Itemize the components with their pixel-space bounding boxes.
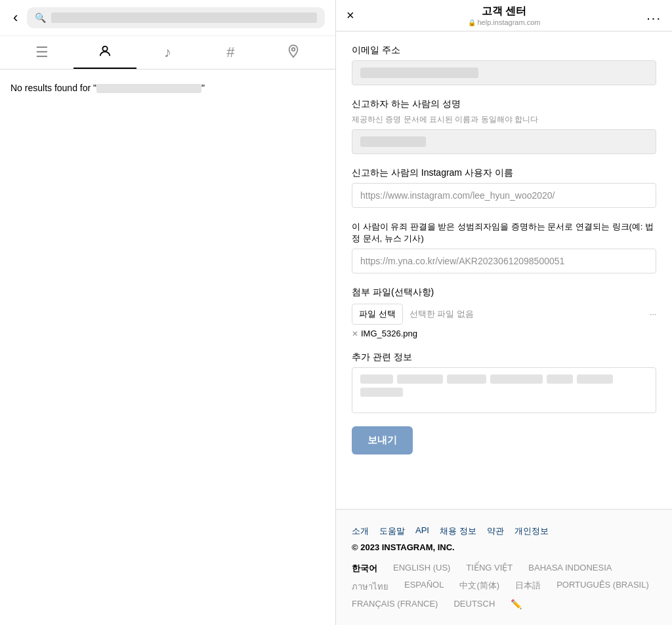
- tab-people[interactable]: [74, 36, 136, 69]
- svg-point-1: [292, 48, 295, 51]
- footer-link-about[interactable]: 소개: [352, 525, 369, 537]
- extra-label: 추가 관련 정보: [352, 352, 656, 363]
- tab-hashtag[interactable]: #: [199, 36, 262, 69]
- search-input-blurred: [51, 12, 317, 23]
- file-attached: ✕ IMG_5326.png: [352, 329, 656, 338]
- blur4: [490, 374, 543, 384]
- language-grid: 한국어 ENGLISH (US) TIẾNG VIỆT BAHASA INDON…: [352, 563, 656, 609]
- no-results-text: No results found for " ": [10, 83, 205, 93]
- search-bar: ‹ 🔍: [0, 0, 335, 36]
- tab-location[interactable]: [262, 36, 325, 69]
- link-group: 이 사람이 유죄 판결을 받은 성범죄자임을 증명하는 문서로 연결되는 링크(…: [352, 221, 656, 273]
- language-edit-icon[interactable]: ✏️: [511, 599, 522, 609]
- menu-icon: ☰: [35, 44, 49, 61]
- footer-link-privacy[interactable]: 개인정보: [514, 525, 549, 537]
- tab-menu[interactable]: ☰: [10, 36, 74, 69]
- more-button[interactable]: ...: [646, 8, 662, 23]
- lang-japanese[interactable]: 日本語: [515, 580, 541, 594]
- footer-links: 소개 도움말 API 채용 정보 약관 개인정보: [352, 525, 656, 537]
- file-label: 첨부 파일(선택사항): [352, 287, 656, 298]
- right-header: × 고객 센터 🔒 help.instagram.com ...: [336, 0, 672, 31]
- footer-link-jobs[interactable]: 채용 정보: [440, 525, 476, 537]
- email-blurred: [360, 68, 478, 78]
- blur5: [547, 374, 573, 384]
- extra-group: 추가 관련 정보: [352, 352, 656, 413]
- left-panel: ‹ 🔍 ☰ ♪ #: [0, 0, 336, 625]
- blur3: [447, 374, 486, 384]
- file-select-button[interactable]: 파일 선택: [352, 304, 403, 325]
- music-icon: ♪: [164, 44, 171, 61]
- lang-korean[interactable]: 한국어: [352, 563, 377, 575]
- location-icon: [286, 44, 301, 62]
- footer-link-help[interactable]: 도움말: [379, 525, 405, 537]
- link-input[interactable]: https://m.yna.co.kr/view/AKR202306120985…: [352, 249, 656, 273]
- header-url: 🔒 help.instagram.com: [468, 18, 541, 26]
- file-section: 첨부 파일(선택사항) 파일 선택 선택한 파일 없음 ··· ✕ IMG_53…: [352, 287, 656, 338]
- instagram-group: 신고하는 사람의 Instagram 사용자 이름 https://www.in…: [352, 167, 656, 208]
- lang-portuguese[interactable]: PORTUGUÊS (BRASIL): [556, 580, 649, 594]
- extra-textarea[interactable]: [352, 367, 656, 413]
- people-icon: [98, 44, 112, 62]
- page-title: 고객 센터: [482, 5, 526, 18]
- svg-point-0: [102, 47, 107, 51]
- form-content: 이메일 주소 신고하자 하는 사람의 성명 제공하신 증명 문서에 표시된 이름…: [336, 31, 672, 509]
- submit-button[interactable]: 보내기: [352, 426, 413, 454]
- lang-vietnamese[interactable]: TIẾNG VIỆT: [466, 563, 513, 575]
- right-panel: × 고객 센터 🔒 help.instagram.com ... 이메일 주소 …: [336, 0, 672, 625]
- footer-copyright: © 2023 INSTAGRAM, INC.: [352, 542, 656, 552]
- extra-blurred-content: [360, 374, 648, 397]
- lang-thai[interactable]: ภาษาไทย: [352, 580, 388, 594]
- lang-french[interactable]: FRANÇAIS (FRANCE): [352, 599, 438, 609]
- email-input[interactable]: [352, 60, 656, 85]
- footer-link-api[interactable]: API: [415, 525, 429, 537]
- email-group: 이메일 주소: [352, 45, 656, 85]
- file-input-row: 파일 선택 선택한 파일 없음 ···: [352, 304, 656, 325]
- search-input-wrapper[interactable]: 🔍: [27, 7, 325, 28]
- name-label: 신고하자 하는 사람의 성명: [352, 98, 656, 110]
- name-group: 신고하자 하는 사람의 성명 제공하신 증명 문서에 표시된 이름과 동일해야 …: [352, 98, 656, 154]
- blur2: [397, 374, 443, 384]
- nav-tabs: ☰ ♪ #: [0, 36, 335, 70]
- instagram-input[interactable]: https://www.instagram.com/lee_hyun_woo20…: [352, 183, 656, 208]
- hashtag-icon: #: [226, 44, 234, 61]
- lang-indonesian[interactable]: BAHASA INDONESIA: [528, 563, 612, 575]
- email-label: 이메일 주소: [352, 45, 656, 56]
- name-sublabel: 제공하신 증명 문서에 표시된 이름과 동일해야 합니다: [352, 114, 656, 125]
- footer-link-terms[interactable]: 약관: [487, 525, 504, 537]
- footer-section: 소개 도움말 API 채용 정보 약관 개인정보 © 2023 INSTAGRA…: [336, 509, 672, 625]
- blurred-search-term: [96, 84, 201, 93]
- link-label: 이 사람이 유죄 판결을 받은 성범죄자임을 증명하는 문서로 연결되는 링크(…: [352, 221, 656, 245]
- file-dots: ···: [650, 310, 656, 319]
- name-blurred: [360, 136, 426, 147]
- blur1: [360, 374, 393, 384]
- file-remove-icon[interactable]: ✕: [352, 329, 358, 338]
- lang-chinese[interactable]: 中文(简体): [459, 580, 499, 594]
- tab-music[interactable]: ♪: [136, 36, 200, 69]
- blur7: [360, 388, 403, 397]
- lang-spanish[interactable]: ESPAÑOL: [404, 580, 444, 594]
- lang-german[interactable]: DEUTSCH: [453, 599, 495, 609]
- file-name: IMG_5326.png: [361, 329, 417, 338]
- header-center: 고객 센터 🔒 help.instagram.com: [468, 5, 541, 26]
- back-button[interactable]: ‹: [10, 7, 20, 29]
- file-none-text: 선택한 파일 없음: [410, 308, 474, 320]
- lang-english[interactable]: ENGLISH (US): [393, 563, 450, 575]
- no-results-section: No results found for " ": [0, 70, 335, 106]
- lock-icon: 🔒: [468, 19, 476, 26]
- name-input[interactable]: [352, 129, 656, 154]
- instagram-label: 신고하는 사람의 Instagram 사용자 이름: [352, 167, 656, 179]
- search-icon: 🔍: [35, 12, 46, 23]
- blur6: [577, 374, 613, 384]
- close-button[interactable]: ×: [346, 8, 354, 23]
